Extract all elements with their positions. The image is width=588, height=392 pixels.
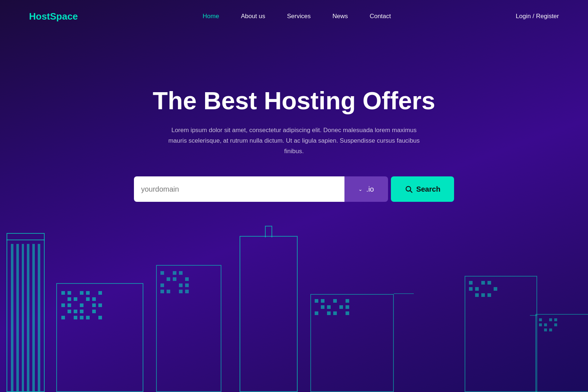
domain-extension-selector[interactable]: ⌄ .io	[344, 176, 388, 202]
logo-part2: Space	[50, 11, 78, 22]
nav-item-about[interactable]: About us	[241, 13, 265, 20]
building-right	[465, 276, 537, 392]
nav-item-news[interactable]: News	[332, 13, 348, 20]
nav-links: Home About us Services News Contact	[203, 13, 391, 20]
hero-title: The Best Hosting Offers	[153, 87, 435, 114]
search-button[interactable]: Search	[391, 176, 454, 202]
search-icon	[405, 185, 413, 193]
building-left-med	[56, 283, 143, 392]
building-center	[240, 236, 298, 392]
svg-line-1	[410, 191, 412, 193]
hero-subtitle: Lorem ipsum dolor sit amet, consectetur …	[163, 125, 425, 157]
nav-item-home[interactable]: Home	[203, 13, 219, 20]
city-illustration	[0, 225, 588, 392]
login-register-link[interactable]: Login / Register	[516, 13, 559, 20]
navbar: HostSpace Home About us Services News Co…	[0, 0, 588, 33]
logo-part1: Host	[29, 11, 50, 22]
building-center-left	[156, 265, 221, 392]
domain-input-wrapper	[134, 176, 344, 202]
site-logo[interactable]: HostSpace	[29, 11, 78, 22]
building-far-left	[7, 240, 45, 392]
nav-item-contact[interactable]: Contact	[369, 13, 391, 20]
search-button-label: Search	[416, 185, 441, 193]
domain-search-input[interactable]	[141, 185, 337, 193]
building-center-right	[310, 294, 394, 392]
building-far-right	[535, 314, 588, 392]
nav-item-services[interactable]: Services	[287, 13, 311, 20]
domain-extension-label: .io	[366, 185, 374, 193]
building-far-left-roof	[7, 233, 45, 240]
hero-section: HostSpace Home About us Services News Co…	[0, 0, 588, 392]
chevron-down-icon: ⌄	[358, 186, 363, 192]
skyline-connector-2	[530, 315, 537, 316]
domain-search-bar: ⌄ .io Search	[134, 176, 454, 202]
skyline-connector-1	[394, 293, 414, 294]
